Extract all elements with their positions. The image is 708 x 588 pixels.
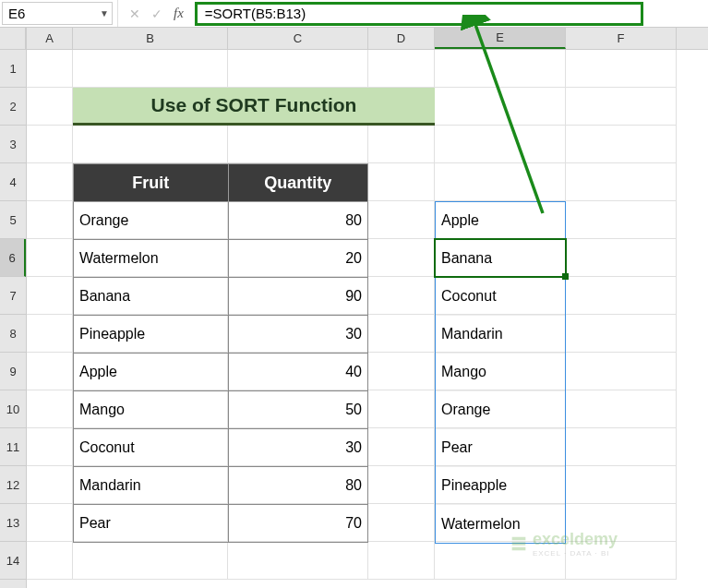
spill-cell[interactable]: Coconut bbox=[436, 278, 565, 316]
row-header[interactable]: 14 bbox=[0, 542, 26, 580]
row-header[interactable]: 4 bbox=[0, 163, 26, 201]
table-row: Coconut30 bbox=[74, 429, 368, 467]
table-header-fruit: Fruit bbox=[74, 164, 229, 202]
row-headers: 1 2 3 4 5 6 7 8 9 10 11 12 13 14 bbox=[0, 28, 27, 588]
row-header[interactable]: 2 bbox=[0, 88, 26, 126]
row-header[interactable]: 3 bbox=[0, 126, 26, 163]
spill-cell[interactable]: Orange bbox=[436, 391, 565, 429]
spill-cell[interactable]: Mandarin bbox=[436, 316, 565, 354]
column-headers: A B C D E F bbox=[27, 28, 708, 50]
fruit-data-table: Fruit Quantity Orange80 Watermelon20 Ban… bbox=[73, 163, 368, 543]
formula-text: =SORT(B5:B13) bbox=[205, 6, 306, 21]
row-header[interactable]: 7 bbox=[0, 277, 26, 315]
dropdown-icon[interactable]: ▼ bbox=[100, 8, 109, 18]
col-header[interactable]: A bbox=[27, 28, 73, 49]
row-header-selected[interactable]: 6 bbox=[0, 239, 26, 277]
spill-cell[interactable]: Pear bbox=[436, 429, 565, 467]
table-row: Banana90 bbox=[74, 278, 368, 316]
spill-range: Apple Banana Coconut Mandarin Mango Oran… bbox=[435, 201, 566, 544]
col-header-selected[interactable]: E bbox=[435, 28, 566, 49]
col-header[interactable]: C bbox=[228, 28, 368, 49]
row-header[interactable]: 10 bbox=[0, 390, 26, 428]
cells-area[interactable]: Use of SORT Function Fruit Quantity Oran… bbox=[27, 50, 708, 580]
table-row: Apple40 bbox=[74, 354, 368, 391]
row-header[interactable]: 1 bbox=[0, 50, 26, 88]
select-all-corner[interactable] bbox=[0, 28, 26, 50]
table-row: Mandarin80 bbox=[74, 467, 368, 505]
col-header[interactable]: D bbox=[368, 28, 435, 49]
name-box-value: E6 bbox=[8, 6, 25, 21]
spill-cell[interactable]: Mango bbox=[436, 354, 565, 391]
row-header[interactable]: 13 bbox=[0, 504, 26, 542]
spreadsheet-grid: 1 2 3 4 5 6 7 8 9 10 11 12 13 14 A B C D… bbox=[0, 28, 708, 588]
table-row: Pear70 bbox=[74, 505, 368, 543]
spill-cell[interactable]: Apple bbox=[436, 202, 565, 240]
formula-bar: E6 ▼ ✕ ✓ fx =SORT(B5:B13) bbox=[0, 0, 708, 28]
table-row: Mango50 bbox=[74, 391, 368, 429]
enter-icon: ✓ bbox=[146, 6, 168, 21]
sheet-title: Use of SORT Function bbox=[73, 88, 435, 126]
fx-icon[interactable]: fx bbox=[168, 6, 189, 21]
watermark: exceldemy EXCEL · DATA · BI bbox=[509, 530, 618, 558]
col-header[interactable]: F bbox=[566, 28, 677, 49]
spill-cell[interactable]: Pineapple bbox=[436, 467, 565, 505]
spill-cell[interactable]: Banana bbox=[436, 240, 565, 278]
table-row: Orange80 bbox=[74, 202, 368, 240]
name-box[interactable]: E6 ▼ bbox=[2, 2, 113, 25]
table-row: Watermelon20 bbox=[74, 240, 368, 278]
table-header-qty: Quantity bbox=[228, 164, 367, 202]
row-header[interactable]: 8 bbox=[0, 315, 26, 353]
row-header[interactable]: 12 bbox=[0, 466, 26, 504]
col-header[interactable]: B bbox=[73, 28, 228, 49]
cancel-icon: ✕ bbox=[124, 6, 146, 21]
row-header[interactable]: 9 bbox=[0, 353, 26, 390]
table-row: Pineapple30 bbox=[74, 316, 368, 354]
formula-input-highlight[interactable]: =SORT(B5:B13) bbox=[195, 2, 643, 26]
row-header[interactable]: 5 bbox=[0, 201, 26, 239]
row-header[interactable]: 11 bbox=[0, 428, 26, 466]
